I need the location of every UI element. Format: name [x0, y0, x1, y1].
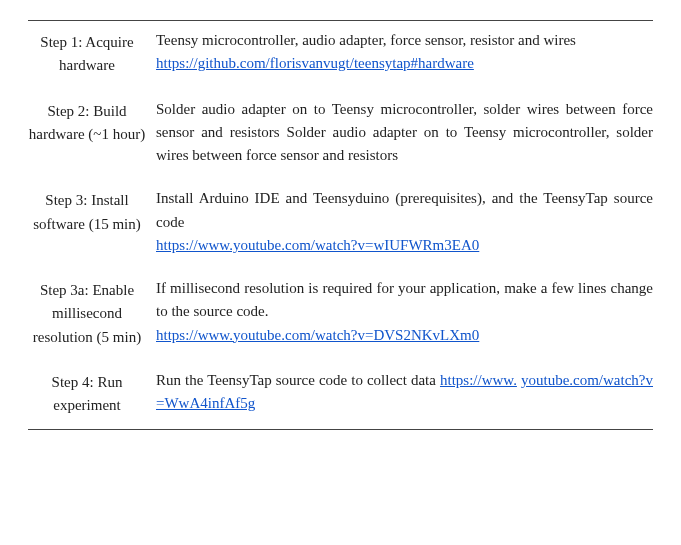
table-row: Step 2: Build hardware (~1 hour) Solder …: [28, 90, 653, 180]
step-label: Step 1: Acquire hardware: [28, 29, 146, 78]
step-description: If millisecond resolution is required fo…: [156, 280, 653, 319]
step-link-part1[interactable]: https://www.: [440, 372, 517, 388]
step-body: If millisecond resolution is required fo…: [146, 277, 653, 347]
step-body: Teensy microcontroller, audio adapter, f…: [146, 29, 653, 76]
step-body: Solder audio adapter on to Teensy microc…: [146, 98, 653, 168]
step-link[interactable]: https://www.youtube.com/watch?v=wIUFWRm3…: [156, 237, 479, 253]
step-description: Install Arduino IDE and Teensyduino (pre…: [156, 190, 653, 229]
steps-table: Step 1: Acquire hardware Teensy microcon…: [28, 20, 653, 430]
table-row: Step 3: Install software (15 min) Instal…: [28, 179, 653, 269]
step-body: Install Arduino IDE and Teensyduino (pre…: [146, 187, 653, 257]
step-label: Step 3a: Enable millisecond resolution (…: [28, 277, 146, 349]
step-description: Teensy microcontroller, audio adapter, f…: [156, 32, 576, 48]
table-row: Step 1: Acquire hardware Teensy microcon…: [28, 21, 653, 90]
step-label: Step 2: Build hardware (~1 hour): [28, 98, 146, 147]
step-description: Solder audio adapter on to Teensy microc…: [156, 101, 653, 164]
table-row: Step 3a: Enable millisecond resolution (…: [28, 269, 653, 361]
step-label: Step 4: Run experiment: [28, 369, 146, 418]
step-link[interactable]: https://github.com/florisvanvugt/teensyt…: [156, 55, 474, 71]
step-label: Step 3: Install software (15 min): [28, 187, 146, 236]
step-description: Run the TeensyTap source code to collect…: [156, 372, 440, 388]
step-link[interactable]: https://www.youtube.com/watch?v=DVS2NKvL…: [156, 327, 479, 343]
table-row: Step 4: Run experiment Run the TeensyTap…: [28, 361, 653, 430]
step-body: Run the TeensyTap source code to collect…: [146, 369, 653, 416]
